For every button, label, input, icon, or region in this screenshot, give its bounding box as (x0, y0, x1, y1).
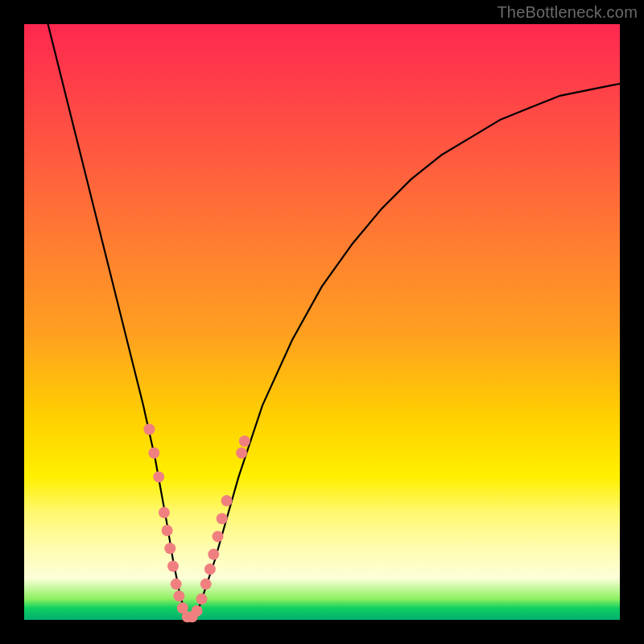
data-point-marker (196, 593, 208, 605)
chart-frame: TheBottleneck.com (0, 0, 644, 644)
watermark-text: TheBottleneck.com (497, 3, 638, 22)
data-point-marker (153, 471, 164, 482)
data-point-marker (217, 513, 228, 524)
data-point-marker (159, 507, 170, 518)
data-point-marker (148, 448, 159, 459)
data-point-marker (221, 495, 233, 506)
data-point-marker (143, 423, 155, 435)
data-point-marker (213, 530, 224, 542)
plot-area (24, 24, 620, 620)
data-point-marker (167, 560, 179, 572)
data-point-marker (204, 564, 216, 575)
data-point-marker (192, 605, 203, 617)
data-point-marker (200, 579, 212, 590)
data-point-marker (164, 543, 175, 554)
data-point-marker (171, 579, 182, 590)
data-point-marker (236, 448, 247, 459)
data-point-marker (208, 549, 219, 560)
data-point-marker (239, 436, 250, 447)
data-point-marker (162, 525, 173, 536)
data-point-marker (173, 590, 184, 601)
bottleneck-curve (24, 24, 620, 620)
